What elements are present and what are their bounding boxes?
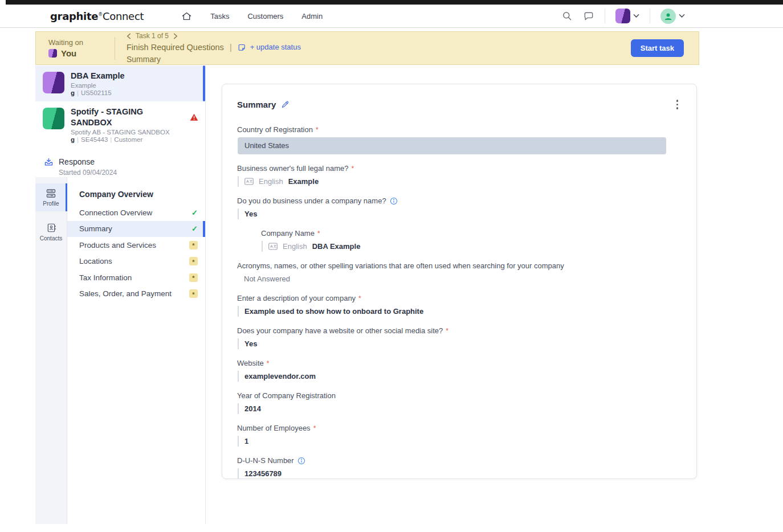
start-task-button[interactable]: Start task bbox=[631, 39, 684, 57]
answer-value: Yes bbox=[244, 210, 257, 218]
waiting-target: You bbox=[61, 48, 76, 58]
org-cube-icon bbox=[615, 9, 630, 23]
connection-name: Spotify - STAGING SANDBOX bbox=[71, 107, 186, 128]
nav-link[interactable]: Customers bbox=[247, 12, 283, 21]
completed-check-icon: ✓ bbox=[191, 224, 198, 233]
required-badge: * bbox=[189, 257, 198, 265]
section-nav-item-label: Summary bbox=[79, 224, 112, 233]
info-icon[interactable] bbox=[297, 457, 305, 465]
question-block: Country of Registration * United States bbox=[237, 125, 682, 154]
section-nav-item-label: Sales, Order, and Payment bbox=[79, 289, 172, 298]
nav-link[interactable]: Admin bbox=[301, 12, 323, 21]
search-icon[interactable] bbox=[561, 10, 573, 22]
required-star: * bbox=[446, 326, 448, 335]
section-nav-item[interactable]: Locations * bbox=[67, 253, 205, 270]
question-label: Website * bbox=[237, 359, 682, 368]
edit-pencil-icon[interactable] bbox=[281, 100, 289, 109]
completed-check-icon: ✓ bbox=[191, 208, 198, 217]
waiting-on-block: Waiting on You bbox=[48, 38, 111, 58]
nav-links: TasksCustomersAdmin bbox=[181, 11, 323, 22]
info-icon[interactable] bbox=[390, 197, 398, 205]
update-status-link[interactable]: + update status bbox=[238, 42, 301, 53]
response-started: Started 09/04/2024 bbox=[59, 169, 205, 177]
connection-item[interactable]: DBA Example Example g|US502115 bbox=[35, 66, 205, 101]
section-nav-item[interactable]: Summary ✓ bbox=[67, 221, 205, 238]
answer-value: Example bbox=[288, 177, 319, 186]
task-banner: Waiting on You Task 1 of 5 Finish Requir… bbox=[35, 31, 699, 65]
connection-subtitle: Example bbox=[71, 82, 125, 89]
rail-tab-contacts[interactable]: Contacts bbox=[35, 218, 67, 246]
answer-value: 123456789 bbox=[244, 469, 282, 478]
required-badge: * bbox=[189, 273, 198, 282]
response-label: Response bbox=[59, 157, 95, 166]
divider bbox=[115, 37, 115, 60]
required-badge: * bbox=[189, 241, 198, 249]
connection-item[interactable]: Spotify - STAGING SANDBOX Spotify AB - S… bbox=[35, 101, 205, 148]
divider: | bbox=[230, 42, 232, 54]
answer-text: 123456789 bbox=[238, 468, 682, 479]
section-nav-item[interactable]: Connection Overview ✓ bbox=[67, 204, 205, 221]
section-nav-item-label: Connection Overview bbox=[79, 208, 152, 217]
prev-task-icon[interactable] bbox=[127, 33, 131, 39]
chat-icon[interactable] bbox=[583, 10, 594, 22]
inbox-icon bbox=[44, 157, 54, 167]
question-label: Country of Registration * bbox=[237, 125, 682, 134]
answer-text: Example used to show how to onboard to G… bbox=[238, 306, 682, 317]
answer-value: Yes bbox=[244, 339, 257, 348]
translate-icon bbox=[268, 243, 278, 250]
answer-text: 2014 bbox=[238, 403, 682, 414]
chevron-down-icon bbox=[679, 14, 685, 18]
answer-value: DBA Example bbox=[312, 242, 361, 251]
question-label: Number of Employees * bbox=[237, 424, 682, 433]
response-row[interactable]: Response Started 09/04/2024 bbox=[44, 157, 205, 177]
rail-tab-label: Contacts bbox=[40, 235, 62, 242]
answer-input[interactable]: United States bbox=[238, 137, 666, 154]
logo-light: Connect bbox=[103, 10, 144, 22]
section-nav-item-label: Products and Services bbox=[79, 241, 156, 249]
update-status-label: + update status bbox=[250, 42, 301, 53]
top-navbar: graphite®Connect TasksCustomersAdmin bbox=[0, 5, 783, 28]
task-subtitle: Summary bbox=[127, 54, 301, 65]
section-nav: Company Overview Connection Overview ✓ S… bbox=[67, 177, 205, 524]
sidebar: DBA Example Example g|US502115 Spotify -… bbox=[35, 66, 206, 524]
section-nav-item[interactable]: Sales, Order, and Payment * bbox=[67, 286, 205, 302]
graphite-connect-logo[interactable]: graphite®Connect bbox=[50, 10, 144, 22]
nav-link[interactable]: Tasks bbox=[210, 12, 229, 21]
user-menu[interactable] bbox=[660, 9, 685, 24]
task-info: Task 1 of 5 Finish Required Questions | … bbox=[127, 31, 301, 65]
chevron-down-icon bbox=[633, 14, 639, 18]
question-block: Business owner's full legal name? * Engl… bbox=[237, 164, 682, 187]
waiting-on-label: Waiting on bbox=[48, 38, 111, 47]
answer-translated: English Example bbox=[238, 176, 682, 187]
divider bbox=[605, 9, 605, 23]
card-menu-icon[interactable] bbox=[675, 99, 680, 111]
rail-tab-profile[interactable]: Profile bbox=[35, 183, 67, 211]
section-nav-item[interactable]: Tax Information * bbox=[67, 269, 205, 286]
question-label: Do you do business under a company name? bbox=[237, 197, 682, 206]
divider bbox=[650, 9, 650, 23]
question-block: Year of Company Registration 2014 bbox=[237, 391, 682, 414]
required-star: * bbox=[351, 164, 354, 173]
section-nav-item[interactable]: Products and Services * bbox=[67, 237, 205, 253]
home-icon[interactable] bbox=[181, 11, 192, 22]
answer-language: English bbox=[283, 242, 307, 251]
note-icon bbox=[238, 43, 246, 52]
org-switcher[interactable] bbox=[615, 9, 639, 23]
answer-value: 1 bbox=[244, 437, 248, 445]
answer-text: 1 bbox=[238, 436, 682, 447]
required-star: * bbox=[316, 125, 319, 134]
answer-text: Yes bbox=[238, 208, 682, 219]
next-task-icon[interactable] bbox=[173, 33, 178, 39]
required-star: * bbox=[317, 229, 320, 238]
answer-not-answered: Not Answered bbox=[237, 273, 682, 284]
connection-code: g|US502115 bbox=[71, 89, 125, 96]
section-nav-item-label: Locations bbox=[79, 257, 112, 265]
section-nav-item-label: Tax Information bbox=[79, 273, 132, 282]
question-block: Number of Employees * 1 bbox=[237, 424, 682, 447]
navbar-right bbox=[561, 9, 685, 24]
task-title: Finish Required Questions bbox=[127, 42, 224, 54]
question-block: Enter a description of your company * Ex… bbox=[237, 294, 682, 317]
profile-icon bbox=[46, 189, 56, 198]
question-block: Do you do business under a company name?… bbox=[237, 197, 682, 219]
card-title: Summary bbox=[237, 100, 276, 109]
